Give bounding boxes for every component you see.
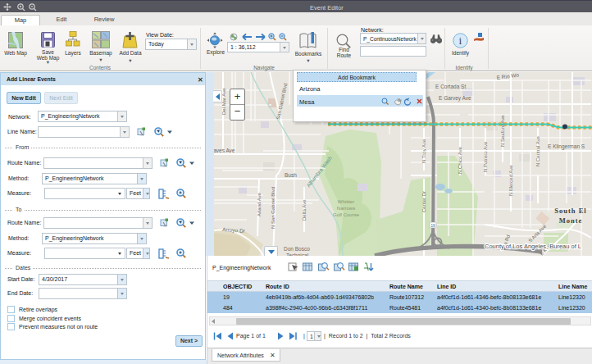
svg-text:Don Bosco: Don Bosco xyxy=(284,246,310,252)
svg-text:E Cortada St: E Cortada St xyxy=(435,84,466,89)
svg-text:Delta Ave: Delta Ave xyxy=(302,199,307,221)
svg-text:Golf Course: Golf Course xyxy=(333,212,360,217)
svg-text:E Garvey Ave: E Garvey Ave xyxy=(439,95,471,102)
svg-text:E Klingerman S: E Klingerman S xyxy=(548,143,585,150)
svg-text:South El: South El xyxy=(554,207,586,215)
svg-text:N San Gabriel Blvd: N San Gabriel Blvd xyxy=(271,187,276,229)
svg-text:Bush: Bush xyxy=(285,172,297,178)
svg-text:Whittier: Whittier xyxy=(338,199,354,204)
svg-text:N Central Ave: N Central Ave xyxy=(535,135,540,166)
svg-text:Narrows: Narrows xyxy=(337,206,355,211)
svg-text:N Troy Ave: N Troy Ave xyxy=(421,139,426,163)
svg-text:Center Dr: Center Dr xyxy=(421,191,426,212)
svg-text:N Seaford Ave: N Seaford Ave xyxy=(500,115,505,147)
svg-text:Arland Ave: Arland Ave xyxy=(257,192,262,216)
svg-text:N Merced Ave: N Merced Ave xyxy=(508,165,513,196)
svg-text:Monte: Monte xyxy=(559,216,583,225)
svg-text:N Potrero Ave: N Potrero Ave xyxy=(483,141,488,172)
svg-text:19: 19 xyxy=(430,224,435,228)
svg-text:N Chico Ave: N Chico Ave xyxy=(458,146,462,174)
svg-text:Graves Ave: Graves Ave xyxy=(214,148,235,153)
svg-text:County of Los Angeles, Bureau: County of Los Angeles, Bureau of L xyxy=(485,243,581,250)
